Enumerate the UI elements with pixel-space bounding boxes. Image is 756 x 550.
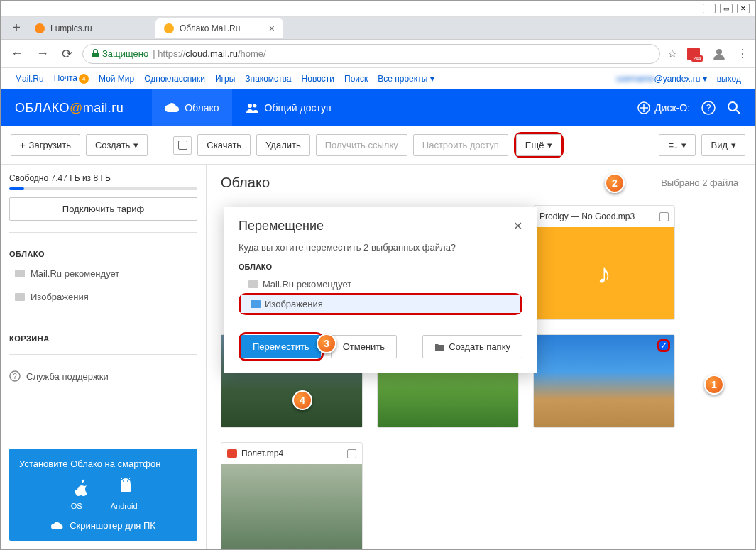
sidebar-section-trash[interactable]: КОРЗИНА	[9, 334, 197, 343]
cancel-button[interactable]: Отменить	[331, 335, 397, 358]
delete-button[interactable]: Удалить	[256, 134, 310, 156]
ios-label[interactable]: iOS	[69, 502, 82, 510]
people-icon	[245, 102, 259, 114]
portal-link-mailru[interactable]: Mail.Ru	[15, 74, 44, 84]
file-name: Полет.mp4	[241, 449, 283, 458]
sort-button[interactable]: ≡↓ ▾	[659, 134, 696, 156]
profile-icon[interactable]	[711, 46, 727, 62]
move-button-highlight: Переместить	[239, 332, 324, 361]
new-tab-button[interactable]: +	[6, 20, 26, 36]
configure-access-button[interactable]: Настроить доступ	[413, 134, 508, 156]
file-card-video[interactable]: Полет.mp4	[221, 442, 363, 549]
create-button[interactable]: Создать ▾	[86, 134, 148, 156]
download-button[interactable]: Скачать	[197, 134, 251, 156]
svg-point-2	[248, 104, 252, 108]
file-card-image-selected[interactable]: ✓	[533, 334, 675, 428]
close-tab-icon[interactable]: ×	[269, 23, 275, 34]
folder-icon	[248, 280, 258, 288]
bookmark-star-icon[interactable]: ☆	[667, 47, 677, 60]
window-controls: — ▭ ✕	[1, 1, 755, 17]
nav-shared[interactable]: Общий доступ	[232, 89, 344, 126]
portal-link-news[interactable]: Новости	[302, 74, 334, 84]
sidebar-section-cloud: ОБЛАКО	[9, 250, 197, 258]
portal-link-all[interactable]: Все проекты ▾	[378, 74, 434, 84]
tab-label: Облако Mail.Ru	[180, 23, 240, 33]
view-button[interactable]: Вид ▾	[701, 134, 745, 156]
disk-o-button[interactable]: Диск-О:	[637, 101, 690, 114]
file-card-audio[interactable]: Prodigy — No Good.mp3 ♪	[533, 205, 675, 320]
step-badge-4: 4	[292, 390, 312, 410]
nav-cloud[interactable]: Облако	[152, 89, 231, 126]
window-close[interactable]: ✕	[737, 4, 750, 13]
portal-link-dating[interactable]: Знакомства	[245, 74, 291, 84]
file-checkbox[interactable]	[347, 449, 356, 458]
tab-lumpics[interactable]: Lumpics.ru	[26, 18, 154, 38]
url-domain: cloud.mail.ru	[185, 48, 238, 59]
nav-back-button[interactable]: ←	[8, 46, 26, 61]
main-header: ОБЛАКО@mail.ru Облако Общий доступ Диск-…	[1, 89, 755, 126]
lumpics-favicon	[35, 23, 45, 33]
svg-point-1	[716, 49, 722, 55]
menu-icon[interactable]: ⋮	[737, 47, 748, 60]
apple-icon[interactable]	[74, 478, 89, 496]
cloud-download-icon	[51, 521, 64, 531]
modal-title: Перемещение	[239, 219, 324, 233]
nav-reload-button[interactable]: ⟳	[59, 46, 75, 62]
folder-icon	[434, 343, 444, 351]
svg-point-3	[253, 104, 256, 108]
checked-icon[interactable]: ✓	[657, 339, 670, 352]
user-email[interactable]: username@yandex.ru ▾	[616, 74, 707, 84]
image-thumbnail: ✓	[534, 335, 674, 427]
portal-link-games[interactable]: Игры	[215, 74, 235, 84]
step-badge-1: 1	[704, 375, 724, 395]
sidebar-item-recommends[interactable]: Mail.Ru рекомендует	[9, 265, 197, 282]
file-checkbox[interactable]	[659, 212, 669, 221]
portal-nav: Mail.Ru Почта4 Мой Мир Одноклассники Игр…	[1, 68, 755, 89]
sidebar: Свободно 7.47 ГБ из 8 ГБ Подключить тари…	[1, 165, 207, 549]
portal-link-ok[interactable]: Одноклассники	[144, 74, 205, 84]
move-modal: Перемещение ✕ Куда вы хотите переместить…	[224, 207, 537, 373]
url-input[interactable]: Защищено | https:// cloud.mail.ru /home/	[82, 44, 660, 64]
portal-link-mymir[interactable]: Мой Мир	[99, 74, 134, 84]
selection-info: Выбрано 2 файла	[661, 177, 738, 188]
modal-question: Куда вы хотите переместить 2 выбранных ф…	[224, 239, 537, 263]
nav-forward-button[interactable]: →	[33, 46, 52, 61]
move-button[interactable]: Переместить	[241, 335, 321, 358]
tree-item-recommends[interactable]: Mail.Ru рекомендует	[239, 275, 522, 293]
window-minimize[interactable]: —	[703, 4, 716, 13]
logout-link[interactable]: выход	[717, 74, 741, 84]
support-link[interactable]: ? Служба поддержки	[9, 366, 197, 386]
android-label[interactable]: Android	[111, 502, 138, 510]
step-badge-3: 3	[317, 334, 336, 353]
window-maximize[interactable]: ▭	[720, 4, 733, 13]
mail-count-badge: 4	[79, 74, 89, 84]
tree-item-highlight: Изображения	[239, 293, 522, 315]
portal-link-mail[interactable]: Почта4	[54, 73, 89, 84]
search-icon[interactable]	[727, 101, 741, 115]
logo[interactable]: ОБЛАКО@mail.ru	[15, 101, 124, 116]
android-icon[interactable]	[118, 478, 133, 496]
tree-item-images[interactable]: Изображения	[241, 295, 520, 313]
lock-icon	[92, 49, 99, 58]
upload-button[interactable]: +Загрузить	[11, 134, 80, 156]
cloud-icon	[165, 103, 179, 113]
create-folder-button[interactable]: Создать папку	[422, 335, 522, 358]
tab-cloud-mailru[interactable]: Облако Mail.Ru ×	[155, 18, 283, 38]
select-all-checkbox[interactable]	[173, 136, 192, 155]
address-bar: ← → ⟳ Защищено | https:// cloud.mail.ru …	[1, 40, 755, 68]
sidebar-item-images[interactable]: Изображения	[9, 289, 197, 305]
modal-close-button[interactable]: ✕	[513, 219, 522, 233]
adblock-icon[interactable]	[687, 48, 701, 60]
video-thumbnail	[221, 464, 362, 549]
connect-tariff-button[interactable]: Подключить тариф	[9, 197, 197, 221]
svg-rect-11	[121, 483, 131, 492]
toolbar: +Загрузить Создать ▾ Скачать Удалить Пол…	[1, 126, 755, 165]
help-icon[interactable]: ?	[701, 101, 716, 115]
get-link-button[interactable]: Получить ссылку	[316, 134, 407, 156]
more-button[interactable]: Ещё ▾	[516, 134, 562, 156]
folder-icon	[15, 293, 25, 301]
music-thumbnail: ♪	[534, 227, 674, 319]
tree-root[interactable]: ОБЛАКО	[239, 263, 522, 271]
screenshoter-link[interactable]: Скриншотер для ПК	[19, 520, 187, 531]
portal-link-search[interactable]: Поиск	[344, 74, 368, 84]
